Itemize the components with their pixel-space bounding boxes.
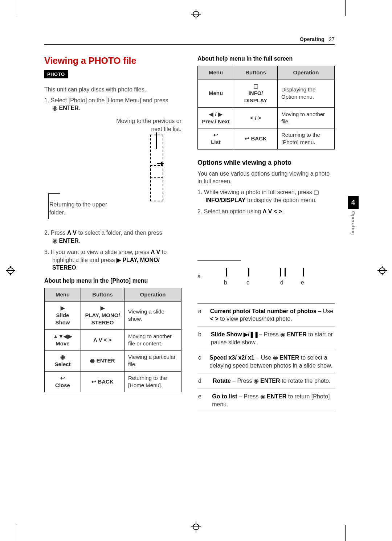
back-icon: ↩ [213,132,218,138]
play-icon: ▶ [117,257,121,263]
option-e: e Go to list – Press ◉ ENTER to return [… [197,389,335,412]
running-head-section: Operating [300,36,324,42]
diagram-label-a: a [197,272,201,280]
diagram-label-b: b [224,279,227,287]
table-row: ↩List ↩ BACK Returning to the [Photo] me… [198,128,335,149]
running-head-page: 27 [329,36,335,42]
leftright-icon: < > [210,316,219,322]
steps-list-2: 2. Press Λ V to select a folder, and the… [44,229,181,272]
enter-icon: ◉ [52,105,57,111]
photo-badge: PHOTO [44,70,68,79]
help-menu-photo-table: Menu Buttons Operation ▶Slide Show ▶PLAY… [44,288,181,393]
table2-title: About help menu in the full screen [197,55,335,63]
step-3: 3. If you want to view a slide show, pre… [44,248,181,272]
leftright-icon: < / > [250,115,261,121]
back-icon: ↩ [91,378,96,385]
help-menu-fullscreen-table: Menu Buttons Operation Menu ▢INFO/ DISPL… [197,66,335,149]
nav-icon: Λ V < > [93,337,111,343]
table-row: ▶Slide Show ▶PLAY, MONO/ STEREO Viewing … [45,301,181,329]
table-header-row: Menu Buttons Operation [198,66,335,79]
step-2: 2. Press Λ V to select a folder, and the… [44,229,181,245]
play-icon: ▶ [61,305,65,311]
right-column: About help menu in the full screen Menu … [197,55,335,412]
options-steps: 1. While viewing a photo in full screen,… [197,188,335,216]
enter-icon: ◉ [254,378,259,384]
registration-mark-icon [6,266,15,275]
enter-icon: ◉ [52,238,57,244]
back-icon: ↩ [60,375,65,381]
side-tab-label: Operating [351,211,356,235]
options-step-2: 2. Select an option using Λ V < >. [197,208,335,216]
nav-icon: Λ V < > [263,208,282,214]
option-b: b Slide Show ▶/❚❚– Press ◉ ENTER to star… [197,327,335,350]
side-tab: 4 Operating [348,196,359,235]
diagram-label-d: d [280,279,283,287]
option-d: d Rotate – Press ◉ ENTER to rotate the p… [197,373,335,389]
diagram-caption-next: Moving to the previous or next file list… [113,117,181,133]
enter-icon: ◉ [260,393,265,399]
registration-mark-icon [377,266,387,275]
diagram-label-c: c [246,279,249,287]
table1-title: About help menu in the [Photo] menu [44,277,181,285]
table-row: ▲▼◀▶Move Λ V < > Moving to another file … [45,329,181,351]
step-1: 1. Select [Photo] on the [Home Menu] and… [44,97,181,112]
file-list-diagram: Moving to the previous or next file list… [44,117,181,222]
back-icon: ↩ [245,135,249,142]
table-row: ↩Close ↩ BACK Returning to the [Home Men… [45,371,181,392]
arrows-icon: ▲▼◀▶ [53,333,73,339]
intro-text: This unit can play discs with photo file… [44,86,181,94]
options-intro: You can use various options during viewi… [197,170,335,185]
page-title: Viewing a PHOTO file [44,55,181,67]
left-column: Viewing a PHOTO file PHOTO This unit can… [44,55,181,412]
option-c: c Speed x3/ x2/ x1 – Use ◉ ENTER to sele… [197,350,335,373]
table-header-row: Menu Buttons Operation [45,288,181,301]
options-list: a Current photo/ Total number of photos … [197,303,335,412]
options-step-1: 1. While viewing a photo in full screen,… [197,188,335,204]
updown-icon: Λ V [151,249,160,255]
playpause-icon: ▶/❚❚ [244,331,259,337]
enter-icon: ◉ [60,354,65,360]
updown-icon: Λ V [67,230,77,236]
steps-list: 1. Select [Photo] on the [Home Menu] and… [44,97,181,112]
registration-mark-icon [191,522,201,532]
info-icon: ▢ [253,83,258,89]
info-icon: ▢ [314,189,319,195]
running-head: Operating 27 [44,36,335,45]
enter-icon: ◉ [280,331,285,337]
photo-options-diagram: a b c d e [197,221,335,300]
page-content: Operating 27 4 Operating Viewing a PHOTO… [44,36,335,412]
prevnext-icon: ◀ / ▶ [209,111,222,117]
side-tab-number: 4 [348,196,359,209]
diagram-label-e: e [301,279,304,287]
registration-mark-icon [191,9,201,19]
table-row: ◀ / ▶Prev./ Next < / > Moving to another… [198,107,335,128]
enter-icon: ◉ [90,357,95,364]
table-row: Menu ▢INFO/ DISPLAY Displaying the Optio… [198,79,335,107]
options-heading: Options while viewing a photo [197,158,335,167]
option-a: a Current photo/ Total number of photos … [197,303,335,327]
table-row: ◉Select ◉ ENTER Viewing a particular fil… [45,351,181,372]
enter-icon: ◉ [273,354,278,361]
diagram-caption-up: Returning to the upper folder. [49,201,115,216]
play-icon: ▶ [101,305,105,311]
